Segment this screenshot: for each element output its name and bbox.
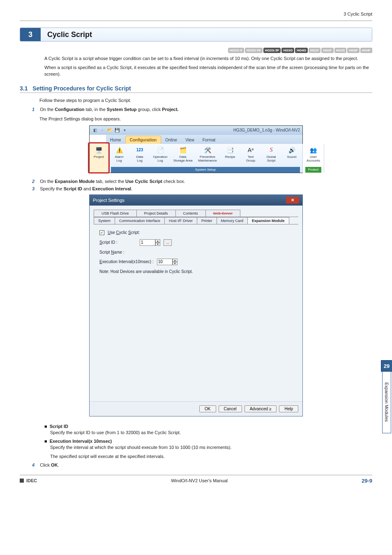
ribbon-tabs: Home Configuration Online View Format <box>90 135 302 144</box>
model-badge: HG2G-5S <box>245 48 263 53</box>
dialog-titlebar: Project Settings ✕ <box>90 195 302 206</box>
dialog-tab[interactable]: Expansion Module <box>247 217 289 224</box>
protect-footer: Protect <box>305 167 321 173</box>
script-id-spinner[interactable]: ▲▼ <box>140 239 160 246</box>
text-group-label: Text Group <box>246 155 255 163</box>
tab-online[interactable]: Online <box>161 136 181 144</box>
model-badge: HG2F <box>321 48 333 53</box>
bullet-exec-title: Execution Interval(x 10msec) <box>50 439 112 444</box>
tab-configuration[interactable]: Configuration <box>125 136 161 144</box>
step-1-number: 1 <box>32 107 35 112</box>
dialog-tab[interactable]: System <box>94 217 115 224</box>
section-intro: Follow these steps to program a Cyclic S… <box>39 98 372 103</box>
advanced-button[interactable]: Advanced ≥ <box>244 405 277 412</box>
dialog-tab[interactable]: Communication Interface <box>115 217 165 224</box>
qat-dropdown-icon[interactable]: ▾ <box>122 127 127 133</box>
data-storage-icon[interactable]: 🗂️ <box>178 146 187 155</box>
sound-icon[interactable]: 🔊 <box>287 146 296 155</box>
tab-format[interactable]: Format <box>198 136 220 144</box>
save-file-icon[interactable]: 💾 <box>114 127 120 133</box>
preventive-icon[interactable]: 🛠️ <box>203 146 212 155</box>
ribbon-app-button[interactable] <box>90 135 106 144</box>
step-3-number: 3 <box>32 186 35 191</box>
model-badge: HG4F <box>360 48 372 53</box>
project-icon: 🖥️ <box>95 146 104 155</box>
user-accounts-icon[interactable]: 👥 <box>309 146 318 155</box>
step-3-text-a: Specify the <box>40 186 63 191</box>
step-4: 4 Click OK. <box>32 462 372 467</box>
intro-paragraph-1: A Cyclic Script is a script whose trigge… <box>44 56 372 62</box>
model-badge: HG1F <box>309 48 321 53</box>
data-storage-label: Data Storage Area <box>173 155 193 163</box>
model-badge: HG2G-5F <box>263 48 281 53</box>
exec-interval-row: Execution Interval(x10msec) : ▲▼ <box>99 259 293 265</box>
exec-interval-spinner[interactable]: ▲▼ <box>157 259 178 265</box>
step-1-bold-project: Project. <box>162 107 178 112</box>
alarm-log-icon[interactable]: ⚠️ <box>115 146 124 155</box>
step-3-bold-interval: Execution Interval <box>92 186 131 191</box>
tab-home[interactable]: Home <box>106 136 125 144</box>
page-footer: IDEC WindO/I-NV2 User's Manual 29-9 <box>20 475 372 484</box>
dialog-tab[interactable]: USB Flash Drive <box>94 210 137 217</box>
ribbon-group-system-setup: ⚠️Alarm Log 123Data Log 📄Operation Log 🗂… <box>108 144 303 173</box>
script-id-label: Script ID : <box>99 240 136 245</box>
operation-log-icon[interactable]: 📄 <box>156 146 165 155</box>
step-4-number: 4 <box>32 462 35 467</box>
bullet-exec-head: ■Execution Interval(x 10msec) <box>44 439 372 444</box>
sound-label: Sound <box>287 155 296 159</box>
cancel-button[interactable]: Cancel <box>219 405 242 412</box>
ribbon-group-project[interactable]: 🖥️ Project <box>90 144 108 173</box>
script-id-browse-button[interactable]: ... <box>164 239 172 246</box>
chapter-number: 3 <box>20 28 41 41</box>
spin-down-icon[interactable]: ▼ <box>155 243 160 246</box>
spin-up-icon[interactable]: ▲ <box>173 259 178 262</box>
ribbon-group-protect: 👥 User Accounts Protect <box>303 144 324 173</box>
text-group-icon[interactable]: Aᵃ <box>246 146 255 155</box>
recipe-icon[interactable]: 📑 <box>226 146 235 155</box>
ribbon-titlebar: ◧ ▫ 📂 💾 ▾ HG3G_DEMO_1.n3g - WindO/I-NV2 <box>90 126 302 135</box>
dialog-tab[interactable]: Printer <box>197 217 217 224</box>
use-cyclic-checkbox[interactable]: ✔ <box>99 230 104 235</box>
open-file-icon[interactable]: 📂 <box>107 127 113 133</box>
dialog-tab[interactable]: Contents <box>175 210 206 217</box>
step-2-bold-tab: Expansion Module <box>55 179 95 184</box>
project-settings-dialog: Project Settings ✕ USB Flash DriveProjec… <box>89 194 303 416</box>
app-menu-icon[interactable]: ◧ <box>92 127 98 133</box>
tab-view[interactable]: View <box>181 136 198 144</box>
preventive-label: Preventive Maintenance <box>198 155 217 163</box>
dialog-tab[interactable]: Host I/F Driver <box>164 217 197 224</box>
system-setup-footer: System Setup <box>111 167 300 173</box>
ribbon-screenshot: ◧ ▫ 📂 💾 ▾ HG3G_DEMO_1.n3g - WindO/I-NV2 … <box>89 125 303 173</box>
quick-access-toolbar: ◧ ▫ 📂 💾 ▾ <box>92 127 127 133</box>
global-script-icon[interactable]: S <box>267 146 276 155</box>
step-3: 3 Specify the Script ID and Execution In… <box>32 186 372 191</box>
brand-block-icon <box>20 479 24 483</box>
side-chapter-number: 29 <box>381 360 392 372</box>
user-accounts-label: User Accounts <box>307 155 320 163</box>
system-setup-icons: ⚠️Alarm Log 123Data Log 📄Operation Log 🗂… <box>111 146 300 163</box>
step-1-bold-config: Configuration <box>55 107 84 112</box>
script-id-input[interactable] <box>140 239 155 246</box>
spin-up-icon[interactable]: ▲ <box>155 239 160 243</box>
step-4-text-a: Click <box>40 462 51 467</box>
data-log-icon[interactable]: 123 <box>135 146 144 155</box>
new-file-icon[interactable]: ▫ <box>99 127 105 133</box>
ok-button[interactable]: OK <box>199 405 216 412</box>
dialog-tab[interactable]: Memory Card <box>217 217 248 224</box>
step-3-bold-id: Script ID <box>64 186 82 191</box>
section-rule <box>20 92 372 93</box>
operation-log-label: Operation Log <box>153 155 167 163</box>
dialog-tabs: USB Flash DriveProject DetailsContentsWe… <box>90 206 302 224</box>
spin-down-icon[interactable]: ▼ <box>173 262 178 265</box>
step-2-text-a: On the <box>40 179 55 184</box>
help-button[interactable]: Help <box>279 405 298 412</box>
close-icon[interactable]: ✕ <box>286 197 299 204</box>
dialog-tab[interactable]: Project Details <box>136 210 176 217</box>
app-window-title: HG3G_DEMO_1.n3g - WindO/I-NV2 <box>233 128 300 132</box>
dialog-title-text: Project Settings <box>93 198 125 203</box>
dialog-tab[interactable]: Web Server <box>205 210 240 217</box>
bullet-script-id-title: Script ID <box>50 424 68 429</box>
dialog-body: ✔ Use Cyclic Script: Script ID : ▲▼ ... … <box>90 224 302 401</box>
exec-interval-input[interactable] <box>157 259 173 265</box>
step-3-text-e: . <box>131 186 132 191</box>
